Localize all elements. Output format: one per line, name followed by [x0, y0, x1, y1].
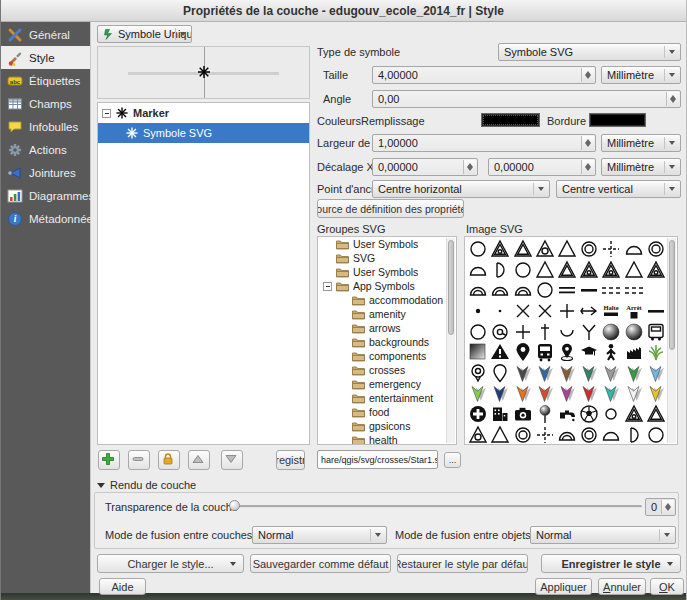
svg-symbol-cell-arrow[interactable]: [556, 383, 578, 404]
sidebar-item-jointures[interactable]: Jointures: [1, 161, 90, 184]
svg-symbol-cell-arrow[interactable]: [534, 383, 556, 404]
svg-symbol-cell-dome2[interactable]: [511, 280, 533, 301]
svg-symbol-cell-half_d[interactable]: [489, 260, 511, 281]
svg-group-svg[interactable]: SVG: [318, 251, 456, 265]
svg-symbol-cell-med_cross[interactable]: [467, 404, 489, 425]
svg-symbol-cell-circle2[interactable]: [578, 424, 600, 445]
svg-symbol-cell-tri[interactable]: [556, 239, 578, 260]
svg-symbol-cell-label_square[interactable]: Arrêt: [623, 301, 645, 322]
svg-symbol-cell-arrow[interactable]: [645, 363, 667, 384]
blend-features-combo[interactable]: Normal: [530, 526, 676, 544]
svg-symbol-cell-circle2[interactable]: [578, 239, 600, 260]
anchor-horizontal-combo[interactable]: Centre horizontal: [372, 180, 550, 198]
symbol-layer-symbole-svg[interactable]: Symbole SVG: [98, 123, 309, 143]
svg-symbol-cell-grass[interactable]: [645, 342, 667, 363]
angle-spinbox[interactable]: 0,00: [372, 90, 681, 108]
lock-color-button[interactable]: [158, 450, 180, 470]
expander-icon[interactable]: [102, 109, 111, 118]
svg-symbol-cell-arrow[interactable]: [511, 383, 533, 404]
help-button[interactable]: Aide: [99, 578, 146, 595]
svg-symbol-cell-person[interactable]: [600, 342, 622, 363]
sidebar-item-style[interactable]: Style: [1, 46, 90, 69]
svg-group-gpsicons[interactable]: gpsicons: [318, 419, 456, 433]
offset-unit-combo[interactable]: Millimètre: [601, 158, 681, 176]
offset-y-spinbox[interactable]: 0,00000: [488, 158, 596, 176]
svg-symbol-cell-dot[interactable]: [467, 301, 489, 322]
svg-symbol-cell-soccer[interactable]: [578, 404, 600, 425]
svg-symbol-cell-arrow[interactable]: [511, 363, 533, 384]
size-spinbox[interactable]: 4,00000: [372, 66, 596, 84]
svg-symbol-cell-half_d[interactable]: [623, 424, 645, 445]
svg-group-arrows[interactable]: arrows: [318, 321, 456, 335]
apply-button[interactable]: Appliquer: [535, 578, 592, 595]
svg-symbol-cell-tri_hatch[interactable]: [578, 260, 600, 281]
svg-symbol-cell-dome2[interactable]: [489, 280, 511, 301]
size-unit-combo[interactable]: Millimètre: [601, 66, 681, 84]
svg-symbol-cell-arrow[interactable]: [578, 383, 600, 404]
svg-group-app-symbols[interactable]: App Symbols: [318, 279, 456, 293]
sidebar-item-actions[interactable]: Actions: [1, 138, 90, 161]
svg-symbol-cell-arrow[interactable]: [489, 383, 511, 404]
svg-symbol-cell-camera[interactable]: [511, 404, 533, 425]
svg-symbol-cell-pin_outline[interactable]: [489, 363, 511, 384]
symbol-type-combo[interactable]: Symbole SVG: [498, 43, 681, 61]
svg-symbol-cell-arrow[interactable]: [556, 363, 578, 384]
svg-symbol-cell-arrow[interactable]: [600, 363, 622, 384]
svg-symbol-cell-circle[interactable]: [467, 321, 489, 342]
sidebar-item-infobulles[interactable]: Infobulles: [1, 115, 90, 138]
border-width-unit-combo[interactable]: Millimètre: [601, 134, 681, 152]
svg-symbol-cell-tri2[interactable]: [556, 260, 578, 281]
svg-symbol-cell-tri_hatch[interactable]: [623, 404, 645, 425]
svg-symbol-cell-thick_line[interactable]: [645, 301, 667, 322]
symbol-layer-marker[interactable]: Marker: [98, 103, 309, 123]
svg-symbol-cell-crosshair[interactable]: [534, 424, 556, 445]
svg-symbol-cell-sphere[interactable]: [600, 321, 622, 342]
svg-symbol-cell-circle[interactable]: [511, 260, 533, 281]
svg-symbol-cell-circle[interactable]: [645, 424, 667, 445]
svg-group-food[interactable]: food: [318, 405, 456, 419]
cancel-button[interactable]: Annuler: [598, 578, 646, 595]
svg-groups-scrollbar[interactable]: [446, 238, 455, 443]
svg-symbol-cell-arrow[interactable]: [467, 383, 489, 404]
svg-symbol-cell-dot_small[interactable]: [489, 301, 511, 322]
svg-group-crosses[interactable]: crosses: [318, 363, 456, 377]
fill-color-swatch[interactable]: [481, 113, 540, 127]
svg-symbol-cell-spiral[interactable]: [489, 321, 511, 342]
svg-symbol-cell-arrow[interactable]: [623, 363, 645, 384]
svg-symbol-cell-label_bar[interactable]: Halte: [600, 301, 622, 322]
save-style-button[interactable]: Enregistrer le style: [541, 554, 681, 573]
move-down-button[interactable]: [221, 450, 243, 470]
svg-group-emergency[interactable]: emergency: [318, 377, 456, 391]
svg-symbol-cell-circle2[interactable]: [645, 239, 667, 260]
svg-symbol-cell-pin_ring[interactable]: [467, 363, 489, 384]
svg-symbol-cell-crowd[interactable]: [623, 342, 645, 363]
transparency-slider[interactable]: [232, 505, 642, 508]
svg-symbol-cell-sphere[interactable]: [623, 321, 645, 342]
svg-symbol-cell-crosshair[interactable]: [600, 239, 622, 260]
window-titlebar[interactable]: Propriétés de la couche - edugouv_ecole_…: [1, 0, 686, 22]
svg-symbol-cell-dome[interactable]: [623, 239, 645, 260]
offset-x-spinbox[interactable]: 0,00000: [372, 158, 478, 176]
svg-symbol-cell-arc[interactable]: [556, 321, 578, 342]
svg-symbol-cell-grad_square[interactable]: [467, 342, 489, 363]
svg-symbol-cell-dome[interactable]: [467, 260, 489, 281]
svg-symbol-cell-tri_dot[interactable]: [534, 239, 556, 260]
sidebar-item-general[interactable]: Général: [1, 23, 90, 46]
svg-symbol-cell-pin_ball[interactable]: [534, 404, 556, 425]
svg-symbol-cell-plus[interactable]: [511, 321, 533, 342]
svg-symbol-cell-arrow[interactable]: [578, 363, 600, 384]
svg-symbol-cell-tri_hatch[interactable]: [600, 260, 622, 281]
svg-symbol-cell-tri[interactable]: [489, 424, 511, 445]
svg-group-user-symbols[interactable]: User Symbols: [318, 237, 456, 251]
svg-symbol-cell-tri_hatch[interactable]: [489, 239, 511, 260]
svg-symbol-cell-warning[interactable]: [489, 342, 511, 363]
svg-symbol-cell-arrow[interactable]: [623, 383, 645, 404]
svg-symbol-cell-pin_filled[interactable]: [511, 342, 533, 363]
svg-group-health[interactable]: health: [318, 433, 456, 445]
sidebar-item-etiquettes[interactable]: abcÉtiquettes: [1, 69, 90, 92]
border-width-spinbox[interactable]: 1,00000: [372, 134, 596, 152]
svg-symbol-cell-dome2[interactable]: [467, 280, 489, 301]
ok-button[interactable]: OK: [650, 578, 684, 595]
svg-symbol-cell-arrow[interactable]: [645, 383, 667, 404]
svg-group-amenity[interactable]: amenity: [318, 307, 456, 321]
